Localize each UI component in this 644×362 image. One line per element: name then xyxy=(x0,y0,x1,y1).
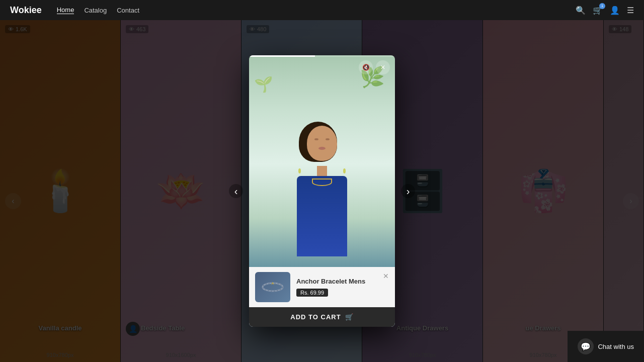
cart-icon-btn: 🛒 xyxy=(345,313,354,321)
product-price: Rs. 69.99 xyxy=(296,289,328,297)
navbar-icons: 🔍 🛒 1 👤 ☰ xyxy=(576,6,634,15)
modal-arrow-left[interactable]: ‹ xyxy=(229,184,243,198)
woman-neck xyxy=(317,166,327,176)
chat-widget[interactable]: 💬 Chat with us xyxy=(568,331,644,362)
chat-icon: 💬 xyxy=(578,338,594,354)
chat-label: Chat with us xyxy=(598,343,634,350)
woman-figure xyxy=(287,126,357,266)
bg-plant-2: 🌱 xyxy=(254,75,273,93)
user-icon[interactable]: 👤 xyxy=(610,6,620,15)
mute-icon: 🔇 xyxy=(362,64,370,71)
navbar-links: Home Catalog Contact xyxy=(57,6,139,14)
product-image xyxy=(255,272,290,302)
product-card: Anchor Bracelet Mens Rs. 69.99 ✕ ADD TO … xyxy=(249,267,395,327)
modal-backdrop: ‹ xyxy=(0,20,644,362)
modal-progress-bar-bg xyxy=(249,55,395,57)
woman-necklace xyxy=(312,178,332,186)
add-to-cart-label: ADD TO CART xyxy=(290,313,341,321)
menu-icon[interactable]: ☰ xyxy=(627,6,634,15)
navbar-link-contact[interactable]: Contact xyxy=(117,7,139,14)
product-info: Anchor Bracelet Mens Rs. 69.99 xyxy=(296,278,377,297)
modal-controls: 🔇 ✕ xyxy=(359,60,390,74)
close-icon: ✕ xyxy=(380,64,385,71)
cart-icon[interactable]: 🛒 1 xyxy=(593,6,603,15)
navbar-link-catalog[interactable]: Catalog xyxy=(84,7,107,14)
navbar: Wokiee Home Catalog Contact 🔍 🛒 1 👤 ☰ xyxy=(0,0,644,20)
modal-arrow-right[interactable]: › xyxy=(401,184,415,198)
mute-button[interactable]: 🔇 xyxy=(359,60,373,74)
navbar-logo: Wokiee xyxy=(10,5,42,16)
cart-badge: 1 xyxy=(599,3,605,9)
navbar-link-home[interactable]: Home xyxy=(57,6,74,14)
search-icon[interactable]: 🔍 xyxy=(576,6,586,15)
product-name: Anchor Bracelet Mens xyxy=(296,278,377,286)
add-to-cart-button[interactable]: ADD TO CART 🛒 xyxy=(249,307,395,327)
modal: 🌿 🌱 🔇 ✕ xyxy=(249,55,395,327)
woman-head xyxy=(307,126,337,161)
woman-body xyxy=(297,176,347,256)
product-close-button[interactable]: ✕ xyxy=(383,272,389,280)
close-button[interactable]: ✕ xyxy=(376,60,390,74)
modal-progress-bar-fill xyxy=(249,55,315,57)
product-card-inner: Anchor Bracelet Mens Rs. 69.99 ✕ xyxy=(249,267,395,307)
